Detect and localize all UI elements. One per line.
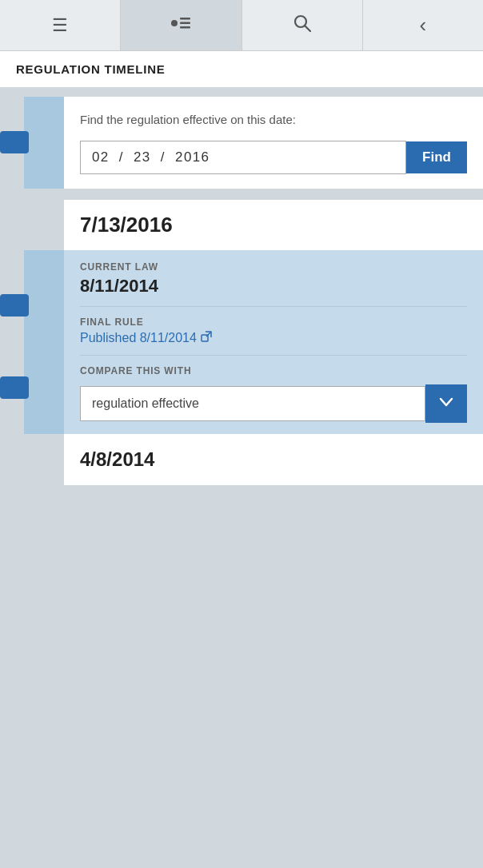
final-rule-label: FINAL RULE <box>80 317 467 328</box>
compare-input[interactable] <box>80 386 425 421</box>
find-label: Find the regulation effective on this da… <box>80 111 467 129</box>
date-header: 7/13/2016 <box>64 200 483 250</box>
date-input[interactable] <box>80 141 406 174</box>
list-view-button[interactable]: ☰ <box>0 0 121 50</box>
search-icon <box>293 14 311 37</box>
svg-point-0 <box>171 20 178 26</box>
info-timeline-dot2 <box>0 376 29 399</box>
svg-rect-3 <box>180 26 190 29</box>
svg-rect-2 <box>180 22 190 24</box>
current-law-label: CURRENT LAW <box>80 261 467 273</box>
toolbar: ☰ ‹ <box>0 0 483 51</box>
date-input-row: Find <box>80 141 467 174</box>
compare-dropdown-row <box>80 384 467 423</box>
doc-view-button[interactable] <box>121 0 242 50</box>
svg-line-5 <box>305 26 310 31</box>
page-title: REGULATION TIMELINE <box>16 62 467 76</box>
compare-label: COMPARE THIS WITH <box>80 365 467 376</box>
divider1 <box>80 306 467 307</box>
info-accent-bar <box>24 250 64 434</box>
content-area: Find the regulation effective on this da… <box>0 97 483 501</box>
info-timeline-dot1 <box>0 294 29 317</box>
final-rule-block: FINAL RULE Published 8/11/2014 <box>80 317 467 345</box>
search-button[interactable] <box>242 0 363 50</box>
find-timeline-left <box>0 97 64 189</box>
external-link-icon <box>201 331 212 344</box>
back-icon: ‹ <box>420 13 427 38</box>
current-law-block: CURRENT LAW 8/11/2014 <box>80 261 467 297</box>
find-section: Find the regulation effective on this da… <box>0 97 483 189</box>
final-rule-link[interactable]: Published 8/11/2014 <box>80 331 212 345</box>
svg-line-7 <box>206 332 211 336</box>
find-accent-bar <box>24 97 64 189</box>
info-section: CURRENT LAW 8/11/2014 FINAL RULE Publish… <box>0 250 483 434</box>
doc-icon <box>170 14 191 37</box>
find-button[interactable]: Find <box>406 141 467 173</box>
divider2 <box>80 355 467 356</box>
svg-rect-1 <box>180 18 190 20</box>
current-law-date: 8/11/2014 <box>80 276 467 297</box>
compare-dropdown-button[interactable] <box>425 384 467 423</box>
back-button[interactable]: ‹ <box>363 0 483 50</box>
find-timeline-dot <box>0 131 29 153</box>
final-rule-link-text: Published 8/11/2014 <box>80 331 197 345</box>
info-block: CURRENT LAW 8/11/2014 FINAL RULE Publish… <box>64 250 483 434</box>
date-entry-section: 7/13/2016 CURRENT LAW 8/11/2014 FINAL RU… <box>0 200 483 485</box>
list-icon: ☰ <box>52 15 68 36</box>
page-title-bar: REGULATION TIMELINE <box>0 51 483 87</box>
compare-block: COMPARE THIS WITH <box>80 365 467 423</box>
find-card: Find the regulation effective on this da… <box>64 97 483 189</box>
entry1-date: 7/13/2016 <box>80 213 173 237</box>
info-timeline-left <box>0 250 64 434</box>
entry2-date: 4/8/2014 <box>80 448 154 470</box>
bottom-date-card: 4/8/2014 <box>64 434 483 485</box>
chevron-down-icon <box>439 395 453 412</box>
